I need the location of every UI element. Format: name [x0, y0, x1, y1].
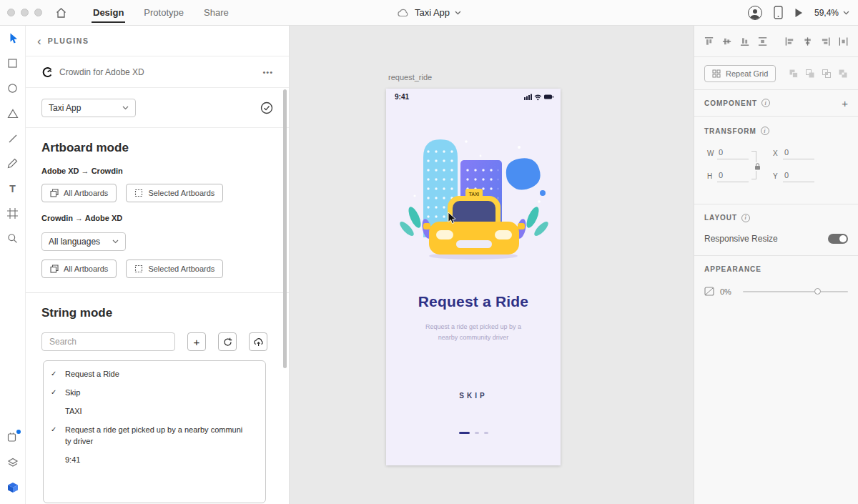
string-search-input[interactable]	[41, 332, 175, 351]
distribute-horizontal-icon[interactable]	[839, 36, 848, 46]
zoom-tool[interactable]	[0, 226, 26, 251]
info-icon[interactable]: i	[761, 127, 769, 135]
artboard-tool[interactable]	[0, 201, 26, 226]
string-list-item[interactable]: ✓ Request a Ride	[44, 365, 265, 384]
assets-panel-button[interactable]	[0, 475, 26, 500]
connected-check-icon[interactable]	[260, 102, 273, 114]
distribute-vertical-icon[interactable]	[758, 36, 767, 46]
string-list-item[interactable]: ✓ Skip	[44, 384, 265, 402]
align-bottom-icon[interactable]	[740, 36, 749, 46]
canvas[interactable]: request_ride 9:41	[290, 26, 694, 504]
selected-artboards-download-button[interactable]: Selected Artboards	[126, 260, 223, 278]
width-input[interactable]	[717, 147, 749, 159]
upload-buttons-row: All Artboards Selected Artboards	[41, 184, 273, 202]
string-text: Skip	[65, 387, 245, 399]
active-dot	[459, 432, 470, 434]
height-label: H	[707, 172, 717, 180]
skip-button[interactable]: SKIP	[386, 392, 561, 400]
upload-strings-button[interactable]	[249, 332, 267, 351]
all-artboards-download-button[interactable]: All Artboards	[41, 260, 117, 278]
align-right-icon[interactable]	[821, 36, 830, 46]
artboard-request-ride[interactable]: 9:41	[386, 89, 561, 465]
maximize-window-icon[interactable]	[34, 9, 42, 16]
opacity-slider[interactable]	[743, 291, 848, 292]
plugins-panel: ‹ PLUGINS Crowdin for Adobe XD ••• Taxi …	[26, 26, 290, 504]
string-list-item[interactable]: 9:41	[44, 451, 265, 470]
text-tool[interactable]: T	[0, 176, 26, 201]
play-preview-icon[interactable]	[794, 8, 803, 18]
repeat-grid-button[interactable]: Repeat Grid	[704, 65, 776, 82]
intersect-icon[interactable]	[822, 69, 832, 79]
layers-icon	[7, 457, 19, 468]
pen-tool[interactable]	[0, 151, 26, 176]
plugins-panel-body: Artboard mode Adobe XD → Crowdin All Art…	[26, 128, 289, 503]
transform-section: TRANSFORM i W X H Y	[694, 117, 858, 204]
align-left-icon[interactable]	[785, 36, 794, 46]
all-artboards-upload-button[interactable]: All Artboards	[41, 184, 117, 202]
line-tool[interactable]	[0, 126, 26, 151]
string-text: TAXI	[65, 406, 245, 417]
add-component-button[interactable]: +	[842, 98, 848, 109]
titlebar-actions: 59,4%	[748, 6, 849, 20]
plugins-panel-header[interactable]: ‹ PLUGINS	[26, 26, 289, 56]
user-avatar[interactable]	[748, 6, 762, 20]
tab-share[interactable]: Share	[194, 0, 239, 26]
mode-tabs: Design Prototype Share	[83, 0, 239, 26]
selected-artboards-upload-button[interactable]: Selected Artboards	[126, 184, 223, 202]
device-preview-icon[interactable]	[774, 6, 783, 19]
adobe-xd-window: Design Prototype Share Taxi App 59,4%	[0, 0, 858, 504]
tab-prototype[interactable]: Prototype	[134, 0, 194, 26]
download-buttons-row: All Artboards Selected Artboards	[41, 260, 273, 278]
languages-select[interactable]: All languages	[41, 232, 126, 251]
y-input[interactable]	[783, 169, 814, 182]
lock-aspect-ratio-button[interactable]	[754, 162, 761, 171]
layers-panel-button[interactable]	[0, 450, 26, 475]
plugin-overflow-menu[interactable]: •••	[262, 68, 273, 76]
opacity-slider-handle[interactable]	[814, 288, 821, 295]
align-middle-vertical-icon[interactable]	[722, 36, 731, 46]
project-row: Taxi App	[26, 88, 289, 128]
taxi-illustration: TAXI	[386, 130, 561, 262]
window-controls[interactable]	[7, 9, 42, 16]
boolean-ops	[789, 69, 848, 79]
align-top-icon[interactable]	[704, 36, 714, 46]
string-text: Request a Ride	[65, 369, 245, 380]
project-select[interactable]: Taxi App	[41, 99, 136, 117]
responsive-resize-toggle[interactable]	[828, 234, 848, 244]
exclude-icon[interactable]	[838, 69, 848, 79]
document-title[interactable]: Taxi App	[397, 7, 461, 18]
x-input[interactable]	[783, 147, 814, 159]
y-label: Y	[773, 172, 783, 180]
direction-crowdin-to-xd: Crowdin → Adobe XD	[41, 214, 273, 222]
plugins-panel-button[interactable]	[0, 425, 26, 450]
select-tool[interactable]	[0, 26, 26, 51]
subtract-icon[interactable]	[805, 69, 815, 79]
repeat-grid-row: Repeat Grid	[694, 57, 858, 90]
zoom-control[interactable]: 59,4%	[814, 8, 849, 18]
ellipse-tool[interactable]	[0, 76, 26, 101]
refresh-strings-button[interactable]	[218, 332, 237, 351]
add-string-button[interactable]: +	[187, 332, 206, 351]
cursor-tool-icon	[7, 32, 19, 44]
tab-design[interactable]: Design	[83, 0, 134, 26]
align-center-horizontal-icon[interactable]	[803, 36, 812, 46]
close-window-icon[interactable]	[7, 9, 15, 16]
string-check-icon: ✓	[51, 369, 65, 380]
info-icon[interactable]: i	[741, 214, 750, 222]
polygon-tool[interactable]	[0, 101, 26, 126]
string-list-item[interactable]: ✓ Request a ride get picked up by a near…	[44, 421, 265, 451]
artboard-name-label[interactable]: request_ride	[388, 73, 432, 81]
panel-scrollbar[interactable]	[283, 89, 287, 368]
minimize-window-icon[interactable]	[21, 9, 29, 16]
chevron-down-icon	[122, 106, 129, 110]
plugin-title: Crowdin for Adobe XD	[59, 67, 144, 77]
back-chevron-icon[interactable]: ‹	[37, 35, 41, 47]
height-input[interactable]	[717, 169, 749, 182]
rectangle-tool[interactable]	[0, 51, 26, 76]
polygon-tool-icon	[7, 109, 19, 119]
artboard-heading: Request a Ride	[386, 293, 561, 310]
string-list-item[interactable]: TAXI	[44, 402, 265, 421]
info-icon[interactable]: i	[761, 99, 770, 107]
home-button[interactable]	[55, 7, 67, 19]
union-icon[interactable]	[789, 69, 799, 79]
